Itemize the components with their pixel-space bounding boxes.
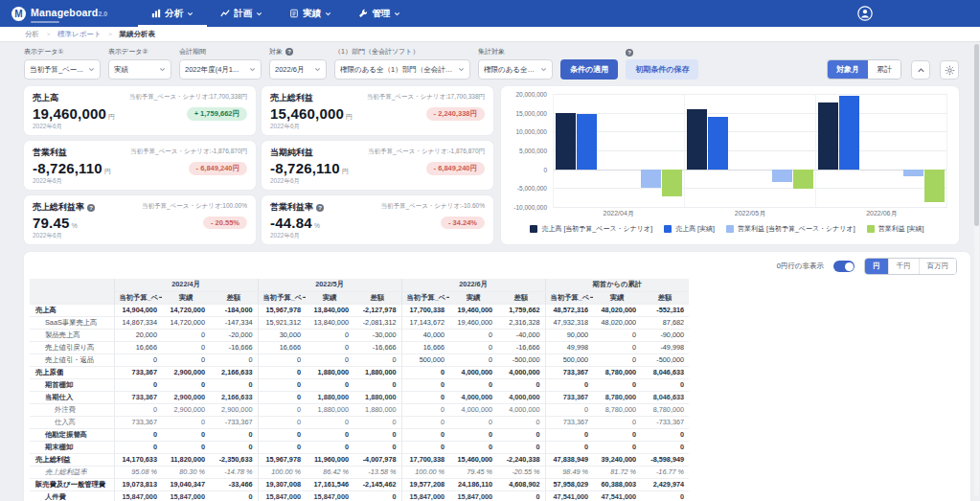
cell: 0: [545, 403, 593, 416]
bar-1[interactable]: [556, 113, 576, 170]
cell: 4,000,000: [497, 391, 545, 403]
kpi-value: 79.45%: [33, 215, 78, 231]
select-value: 2022/6月: [275, 65, 304, 75]
nav-item-1[interactable]: 分析: [138, 0, 207, 27]
bar-1[interactable]: [818, 102, 838, 170]
cell: -2,127,978: [353, 304, 401, 316]
table-row: 売上値引・返品000000500,0000-500,000500,0000-50…: [30, 353, 689, 366]
kpi-mid: 79.45%- 20.55%: [33, 215, 247, 231]
x-tick-label: 2022/05月: [684, 209, 815, 218]
legend-swatch: [664, 225, 672, 233]
y-tick-label: 10,000,000: [515, 128, 547, 135]
column-group-header: 2022/6月: [401, 279, 545, 291]
period-option-2[interactable]: 累計: [868, 60, 900, 79]
fiscal-period-select[interactable]: 2022年度(4月1...: [179, 59, 262, 80]
bar-4[interactable]: [924, 170, 945, 202]
cell: 4,000,000: [497, 366, 545, 378]
bar-slot: [708, 94, 728, 207]
nav-item-2[interactable]: 計画: [207, 0, 276, 27]
kpi-head: 営業利益率?当初予算_ベース・シナリオ:-10.60%: [270, 201, 485, 214]
zero-rows-toggle[interactable]: [833, 261, 855, 272]
cell: 49,998: [545, 341, 593, 353]
cell: 15,847,000: [258, 490, 306, 501]
help-icon[interactable]: ?: [87, 204, 95, 212]
cell: 17,700,338: [401, 453, 449, 466]
table-head: 2022/4月2022/5月2022/6月期首からの累計当初予算_ベース・...…: [30, 279, 689, 304]
nav-item-3[interactable]: 実績: [276, 0, 345, 27]
help-icon[interactable]: ?: [316, 204, 324, 212]
aggregation-target-select[interactable]: 権限のある全タグ: [478, 59, 553, 80]
kpi-title: 売上高: [33, 92, 58, 104]
bar-4[interactable]: [662, 170, 682, 196]
filter-label: （1）部門（全会計ソフト）: [334, 47, 470, 57]
bar-2[interactable]: [708, 117, 728, 169]
scrollbar[interactable]: [974, 44, 979, 496]
kpi-title: 営業利益: [33, 147, 67, 159]
apply-conditions-button[interactable]: 条件の適用: [560, 59, 618, 80]
scrollbar-thumb[interactable]: [974, 44, 979, 226]
row-label: 人件費: [30, 490, 114, 501]
legend-label: 営業利益 [実績]: [878, 224, 924, 234]
bar-4[interactable]: [793, 170, 813, 189]
filter-label: 対象?: [269, 47, 327, 57]
cell: 0: [593, 428, 641, 441]
user-avatar-icon[interactable]: [857, 6, 873, 21]
cell: 19,577,208: [401, 478, 449, 490]
legend-item: 営業利益 [当初予算_ベース・シナリオ]: [726, 224, 855, 234]
cell: 48,020,000: [593, 304, 641, 316]
nav-item-4[interactable]: 管理: [345, 0, 414, 27]
cell: -16.77 %: [641, 466, 689, 478]
category-column: [815, 94, 947, 207]
bar-2[interactable]: [839, 96, 859, 170]
table-group-header-row: 2022/4月2022/5月2022/6月期首からの累計: [30, 279, 689, 291]
bar-3[interactable]: [903, 170, 923, 176]
breadcrumb-item[interactable]: 標準レポート: [57, 30, 102, 39]
cell: 15,847,000: [162, 490, 210, 501]
save-default-button[interactable]: 初期条件の保存: [626, 59, 698, 80]
y-tick-label: -5,000,000: [517, 185, 547, 192]
legend-item: 売上高 [実績]: [664, 224, 715, 234]
unit-button-2[interactable]: 千円: [888, 259, 919, 274]
filter-fiscal-period: 会計期間2022年度(4月1...: [179, 47, 262, 80]
cell: 14,867,334: [114, 316, 162, 329]
bar-2[interactable]: [577, 114, 597, 170]
cell: 15,847,000: [449, 490, 497, 501]
collapse-button[interactable]: [911, 60, 930, 80]
display-data-1-select[interactable]: 当初予算_ベー...: [24, 59, 101, 80]
bar-slot: [772, 94, 792, 207]
period-option-1[interactable]: 対象月: [828, 60, 868, 79]
target-month-select[interactable]: 2022/6月: [269, 59, 327, 80]
y-tick-label: 0: [543, 166, 547, 172]
column-header: 差額: [210, 291, 258, 304]
unit-button-1[interactable]: 円: [865, 259, 888, 274]
cell: 47,541,000: [545, 490, 593, 501]
breadcrumb-item[interactable]: 分析: [25, 30, 39, 39]
table-row: 当期仕入733,3672,900,0002,166,63301,880,0001…: [30, 391, 689, 403]
unit-button-3[interactable]: 百万円: [919, 259, 957, 274]
cell: 1,880,000: [353, 366, 401, 378]
help-icon[interactable]: ?: [626, 49, 633, 57]
table-row: 売上総利益14,170,63311,820,000-2,350,63315,96…: [30, 453, 689, 466]
clipboard-icon: [289, 9, 299, 18]
bar-3[interactable]: [772, 170, 792, 182]
cell: 0: [162, 441, 210, 453]
department-select[interactable]: 権限のある全（1）部門（全会計ソフト）: [334, 59, 470, 80]
display-data-2-select[interactable]: 実績: [108, 59, 171, 80]
cell: 14,904,000: [114, 304, 162, 316]
bar-1[interactable]: [687, 109, 707, 170]
cell: 4,608,902: [497, 478, 545, 490]
breadcrumb-separator: ＞: [107, 30, 114, 39]
settings-button[interactable]: [940, 60, 959, 80]
cell: 0: [401, 378, 449, 391]
logo[interactable]: M Manageboard2.0: [0, 0, 121, 27]
x-tick-label: 2022/06月: [816, 209, 947, 218]
help-icon[interactable]: ?: [285, 48, 293, 56]
cell: 15,847,000: [306, 490, 353, 501]
cell: 0: [353, 428, 401, 441]
bar-3[interactable]: [641, 170, 661, 188]
kpi-diff-badge: - 34.24%: [441, 216, 485, 229]
cell: 0: [497, 416, 545, 428]
chart-y-axis: 20,000,00015,000,00010,000,0005,000,0000…: [507, 94, 553, 207]
kpi-value: -44.84%: [270, 215, 320, 231]
cell: 15,847,000: [114, 490, 162, 501]
